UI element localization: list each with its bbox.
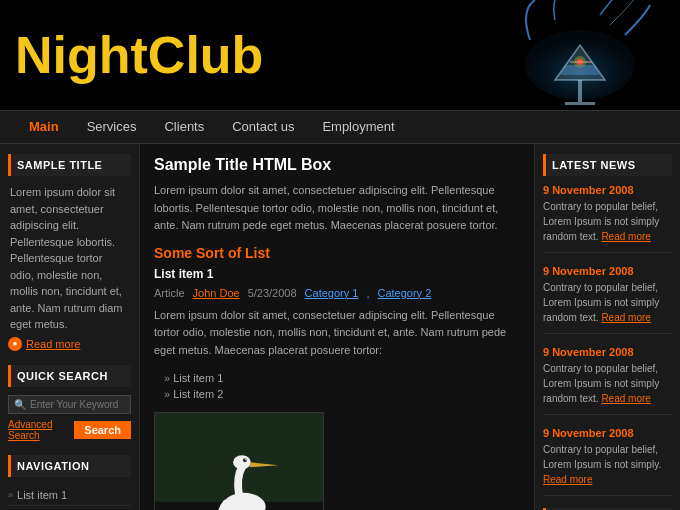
advanced-search-link[interactable]: Advanced Search: [8, 419, 74, 441]
news-item-4: 9 November 2008 Contrary to popular beli…: [543, 427, 672, 496]
nav-bar: Main Services Clients Contact us Employm…: [0, 110, 680, 144]
circle-icon: ●: [8, 337, 22, 351]
search-icon: 🔍: [14, 399, 26, 410]
bullet-item: List item 2: [164, 386, 520, 402]
navigation-list: »List item 1 »List item 3 »List item 4 »…: [8, 485, 131, 511]
navigation-section: NAVIGATION »List item 1 »List item 3 »Li…: [8, 455, 131, 511]
news-text-1: Contrary to popular belief, Lorem Ipsum …: [543, 199, 672, 244]
bullet-list: List item 1 List item 2: [164, 370, 520, 402]
header: NightClub: [0, 0, 680, 110]
content-image: [154, 412, 324, 510]
news-read-more-2[interactable]: Read more: [601, 312, 650, 323]
bullet-item: List item 1: [164, 370, 520, 386]
news-date-3: 9 November 2008: [543, 346, 672, 358]
svg-rect-2: [578, 80, 582, 102]
search-input-wrap: 🔍: [8, 395, 131, 414]
nav-main[interactable]: Main: [15, 110, 73, 144]
news-date-4: 9 November 2008: [543, 427, 672, 439]
svg-rect-3: [565, 102, 595, 105]
news-read-more-3[interactable]: Read more: [601, 393, 650, 404]
quick-search-section: QUICK SEARCH 🔍 Advanced Search Search: [8, 365, 131, 441]
orange-heading: Some Sort of List: [154, 245, 520, 261]
cocktail-image: [500, 0, 660, 110]
svg-marker-7: [560, 65, 600, 75]
quick-search-heading: QUICK SEARCH: [8, 365, 131, 387]
main-layout: SAMPLE TITLE Lorem ipsum dolor sit amet,…: [0, 144, 680, 510]
content-paragraph2: Lorem ipsum dolor sit amet, consectetuer…: [154, 307, 520, 360]
svg-point-12: [233, 455, 251, 469]
search-row: Advanced Search Search: [8, 419, 131, 441]
category1-link[interactable]: Category 1: [305, 287, 359, 299]
logo-night: Night: [15, 26, 148, 84]
sample-title-text: Lorem ipsum dolor sit amet, consectetuer…: [8, 184, 131, 333]
search-input[interactable]: [30, 399, 125, 410]
news-read-more-1[interactable]: Read more: [601, 231, 650, 242]
sidebar-left: SAMPLE TITLE Lorem ipsum dolor sit amet,…: [0, 144, 140, 510]
news-text-2: Contrary to popular belief, Lorem Ipsum …: [543, 280, 672, 325]
sample-title-section: SAMPLE TITLE Lorem ipsum dolor sit amet,…: [8, 154, 131, 351]
sample-read-more[interactable]: Read more: [26, 338, 80, 350]
nav-contact[interactable]: Contact us: [218, 110, 308, 144]
arrow-icon: »: [8, 490, 13, 500]
list-item[interactable]: »List item 3: [8, 506, 131, 511]
news-text-3: Contrary to popular belief, Lorem Ipsum …: [543, 361, 672, 406]
nav-employment[interactable]: Employment: [308, 110, 408, 144]
news-item-2: 9 November 2008 Contrary to popular beli…: [543, 265, 672, 334]
news-read-more-4[interactable]: Read more: [543, 474, 592, 485]
article-row: Article John Doe 5/23/2008 Category 1 , …: [154, 287, 520, 299]
sample-title-heading: SAMPLE TITLE: [8, 154, 131, 176]
latest-news-heading: LATEST NEWS: [543, 154, 672, 176]
read-more-wrap: ● Read more: [8, 337, 131, 351]
news-date-1: 9 November 2008: [543, 184, 672, 196]
sidebar-right: LATEST NEWS 9 November 2008 Contrary to …: [535, 144, 680, 510]
news-text-4: Contrary to popular belief, Lorem Ipsum …: [543, 442, 672, 487]
news-item-3: 9 November 2008 Contrary to popular beli…: [543, 346, 672, 415]
list-item-title: List item 1: [154, 267, 520, 281]
svg-point-14: [245, 458, 247, 460]
article-date: 5/23/2008: [248, 287, 297, 299]
search-button[interactable]: Search: [74, 421, 131, 439]
news-date-2: 9 November 2008: [543, 265, 672, 277]
logo-club: Club: [148, 26, 264, 84]
article-author-link[interactable]: John Doe: [193, 287, 240, 299]
news-item-1: 9 November 2008 Contrary to popular beli…: [543, 184, 672, 253]
search-box: 🔍 Advanced Search Search: [8, 395, 131, 441]
category-separator: ,: [366, 287, 369, 299]
article-label: Article: [154, 287, 185, 299]
main-content: Sample Title HTML Box Lorem ipsum dolor …: [140, 144, 535, 510]
navigation-heading: NAVIGATION: [8, 455, 131, 477]
category2-link[interactable]: Category 2: [377, 287, 431, 299]
logo: NightClub: [15, 29, 263, 81]
content-paragraph1: Lorem ipsum dolor sit amet, consectetuer…: [154, 182, 520, 235]
nav-services[interactable]: Services: [73, 110, 151, 144]
nav-clients[interactable]: Clients: [150, 110, 218, 144]
list-item[interactable]: »List item 1: [8, 485, 131, 506]
content-title: Sample Title HTML Box: [154, 156, 520, 174]
